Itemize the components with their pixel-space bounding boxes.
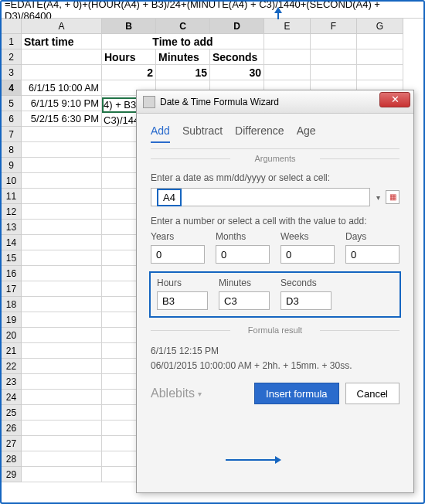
row-header[interactable]: 14 xyxy=(2,235,22,250)
col-header-f[interactable]: F xyxy=(311,19,357,34)
hours-input[interactable] xyxy=(157,291,208,310)
row-header[interactable]: 19 xyxy=(2,312,22,328)
row-header[interactable]: 13 xyxy=(2,220,22,235)
row-header[interactable]: 17 xyxy=(2,281,22,297)
months-input[interactable] xyxy=(216,245,270,264)
row-header[interactable]: 26 xyxy=(2,421,22,436)
cell[interactable] xyxy=(22,436,102,451)
cell[interactable] xyxy=(22,250,102,266)
cell[interactable] xyxy=(22,235,102,250)
cell[interactable] xyxy=(22,65,102,80)
tab-difference[interactable]: Difference xyxy=(235,124,284,142)
formula-bar[interactable]: =EDATE(A4, + 0)+(HOUR(A4) + B3)/24+(MINU… xyxy=(2,2,423,19)
cell-a6[interactable]: 5/2/15 6:30 PM xyxy=(22,111,102,127)
cell[interactable] xyxy=(22,297,102,312)
cell[interactable] xyxy=(22,374,102,390)
row-header[interactable]: 7 xyxy=(2,127,22,142)
col-header-d[interactable]: D xyxy=(210,19,264,34)
cell-a1[interactable]: Start time xyxy=(22,34,102,49)
cell[interactable] xyxy=(311,65,357,80)
cell[interactable] xyxy=(22,405,102,421)
date-input[interactable]: A4 xyxy=(157,189,182,206)
cell-b2[interactable]: Hours xyxy=(102,49,156,65)
chevron-down-icon[interactable]: ▾ xyxy=(373,193,382,202)
cell[interactable] xyxy=(357,34,403,49)
row-header[interactable]: 10 xyxy=(2,173,22,189)
col-header-g[interactable]: G xyxy=(357,19,403,34)
insert-formula-button[interactable]: Insert formula xyxy=(254,383,338,404)
tab-subtract[interactable]: Subtract xyxy=(182,124,223,142)
row-header[interactable]: 9 xyxy=(2,158,22,173)
cell-d3[interactable]: 30 xyxy=(210,65,264,80)
cell[interactable] xyxy=(22,328,102,343)
row-header[interactable]: 12 xyxy=(2,204,22,220)
row-header[interactable]: 1 xyxy=(2,34,22,49)
row-header[interactable]: 15 xyxy=(2,250,22,266)
cancel-button[interactable]: Cancel xyxy=(345,383,400,404)
date-input-wrap[interactable]: A4 xyxy=(151,188,370,206)
cell-a4[interactable]: 6/1/15 10:00 AM xyxy=(22,80,102,96)
tab-add[interactable]: Add xyxy=(151,124,170,143)
seconds-input[interactable] xyxy=(280,291,332,310)
cell[interactable] xyxy=(22,189,102,204)
cell[interactable] xyxy=(22,281,102,297)
row-header[interactable]: 28 xyxy=(2,451,22,467)
row-header[interactable]: 23 xyxy=(2,374,22,390)
cell-c2[interactable]: Minutes xyxy=(156,49,210,65)
row-header[interactable]: 22 xyxy=(2,359,22,374)
years-input[interactable] xyxy=(151,245,205,264)
days-input[interactable] xyxy=(345,245,400,264)
cell[interactable] xyxy=(22,390,102,405)
select-all-corner[interactable] xyxy=(2,19,22,34)
row-header[interactable]: 3 xyxy=(2,65,22,80)
row-header[interactable]: 16 xyxy=(2,266,22,281)
col-header-c[interactable]: C xyxy=(156,19,210,34)
cell[interactable] xyxy=(22,220,102,235)
row-header[interactable]: 24 xyxy=(2,390,22,405)
dialog-titlebar[interactable]: Date & Time Formula Wizard ✕ xyxy=(137,90,413,114)
cell[interactable] xyxy=(264,34,311,49)
col-header-b[interactable]: B xyxy=(102,19,156,34)
cell[interactable] xyxy=(22,173,102,189)
col-header-a[interactable]: A xyxy=(22,19,102,34)
cell[interactable] xyxy=(22,49,102,65)
row-header[interactable]: 25 xyxy=(2,405,22,421)
cell[interactable] xyxy=(22,359,102,374)
cell[interactable] xyxy=(264,65,311,80)
cell[interactable] xyxy=(22,127,102,142)
cell[interactable] xyxy=(357,65,403,80)
range-picker-icon[interactable]: ▦ xyxy=(386,190,400,204)
row-header[interactable]: 5 xyxy=(2,96,22,111)
cell[interactable] xyxy=(311,49,357,65)
cell[interactable] xyxy=(22,266,102,281)
cell-d2[interactable]: Seconds xyxy=(210,49,264,65)
cell[interactable] xyxy=(22,467,102,482)
cell[interactable] xyxy=(311,34,357,49)
cell[interactable] xyxy=(357,49,403,65)
close-button[interactable]: ✕ xyxy=(379,92,410,107)
cell-b3[interactable]: 2 xyxy=(102,65,156,80)
minutes-input[interactable] xyxy=(219,291,270,310)
cell[interactable] xyxy=(22,204,102,220)
row-header[interactable]: 8 xyxy=(2,142,22,158)
cell[interactable] xyxy=(22,343,102,359)
cell[interactable] xyxy=(264,49,311,65)
weeks-input[interactable] xyxy=(280,245,335,264)
row-header[interactable]: 6 xyxy=(2,111,22,127)
row-header[interactable]: 2 xyxy=(2,49,22,65)
row-header[interactable]: 11 xyxy=(2,189,22,204)
cell[interactable] xyxy=(22,451,102,467)
row-header[interactable]: 29 xyxy=(2,467,22,482)
row-header[interactable]: 20 xyxy=(2,328,22,343)
row-header[interactable]: 21 xyxy=(2,343,22,359)
cell-a5[interactable]: 6/1/15 9:10 PM xyxy=(22,96,102,111)
cell[interactable] xyxy=(22,142,102,158)
tab-age[interactable]: Age xyxy=(297,124,316,142)
row-header[interactable]: 4 xyxy=(2,80,22,96)
cell-bcd1[interactable]: Time to add xyxy=(102,34,264,49)
col-header-e[interactable]: E xyxy=(264,19,311,34)
row-header[interactable]: 27 xyxy=(2,436,22,451)
row-header[interactable]: 18 xyxy=(2,297,22,312)
cell[interactable] xyxy=(22,158,102,173)
brand-label[interactable]: Ablebits ▾ xyxy=(151,387,202,400)
